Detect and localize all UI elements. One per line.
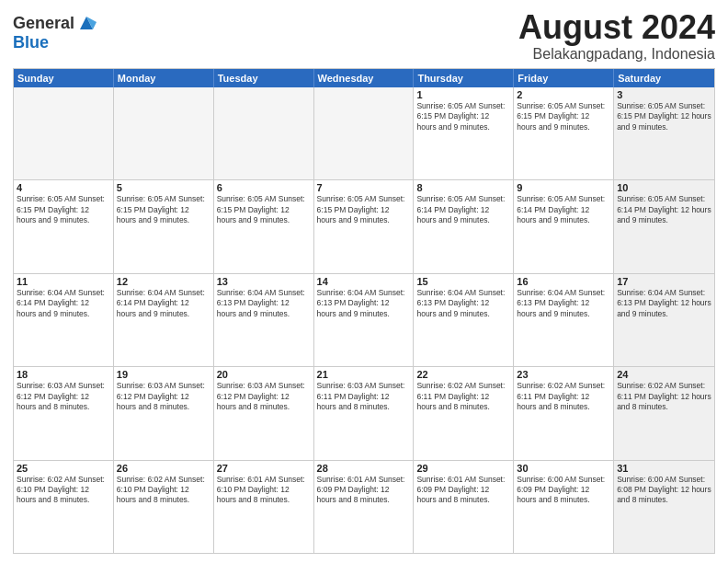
- calendar-row-3: 18Sunrise: 6:03 AM Sunset: 6:12 PM Dayli…: [14, 366, 714, 459]
- day-info-19: Sunrise: 6:03 AM Sunset: 6:12 PM Dayligh…: [117, 381, 210, 412]
- day-info-1: Sunrise: 6:05 AM Sunset: 6:15 PM Dayligh…: [416, 101, 510, 132]
- day-number-1: 1: [416, 89, 510, 100]
- day-info-16: Sunrise: 6:04 AM Sunset: 6:13 PM Dayligh…: [517, 288, 610, 319]
- day-info-13: Sunrise: 6:04 AM Sunset: 6:13 PM Dayligh…: [217, 288, 311, 319]
- empty-cell-0-3: [314, 87, 415, 179]
- day-cell-24: 24Sunrise: 6:02 AM Sunset: 6:11 PM Dayli…: [614, 367, 714, 459]
- day-number-30: 30: [517, 463, 610, 474]
- day-number-7: 7: [317, 182, 411, 193]
- day-number-26: 26: [117, 463, 210, 474]
- day-info-4: Sunrise: 6:05 AM Sunset: 6:15 PM Dayligh…: [17, 194, 110, 225]
- day-info-25: Sunrise: 6:02 AM Sunset: 6:10 PM Dayligh…: [17, 475, 110, 506]
- day-number-27: 27: [217, 463, 311, 474]
- day-cell-11: 11Sunrise: 6:04 AM Sunset: 6:14 PM Dayli…: [14, 274, 114, 366]
- day-info-5: Sunrise: 6:05 AM Sunset: 6:15 PM Dayligh…: [117, 194, 210, 225]
- day-number-8: 8: [416, 182, 510, 193]
- day-info-22: Sunrise: 6:02 AM Sunset: 6:11 PM Dayligh…: [416, 381, 510, 412]
- header-cell-wednesday: Wednesday: [314, 69, 415, 87]
- day-info-29: Sunrise: 6:01 AM Sunset: 6:09 PM Dayligh…: [416, 475, 510, 506]
- logo-icon: [76, 13, 97, 33]
- day-info-3: Sunrise: 6:05 AM Sunset: 6:15 PM Dayligh…: [617, 101, 711, 132]
- day-info-20: Sunrise: 6:03 AM Sunset: 6:12 PM Dayligh…: [217, 381, 311, 412]
- day-number-21: 21: [317, 369, 411, 380]
- day-number-10: 10: [617, 182, 711, 193]
- day-cell-30: 30Sunrise: 6:00 AM Sunset: 6:09 PM Dayli…: [514, 461, 614, 553]
- day-info-23: Sunrise: 6:02 AM Sunset: 6:11 PM Dayligh…: [517, 381, 610, 412]
- day-info-2: Sunrise: 6:05 AM Sunset: 6:15 PM Dayligh…: [517, 101, 610, 132]
- day-cell-28: 28Sunrise: 6:01 AM Sunset: 6:09 PM Dayli…: [314, 461, 415, 553]
- calendar-row-0: 1Sunrise: 6:05 AM Sunset: 6:15 PM Daylig…: [14, 87, 714, 179]
- day-number-11: 11: [17, 276, 110, 287]
- day-number-4: 4: [17, 182, 110, 193]
- day-cell-23: 23Sunrise: 6:02 AM Sunset: 6:11 PM Dayli…: [514, 367, 614, 459]
- day-info-17: Sunrise: 6:04 AM Sunset: 6:13 PM Dayligh…: [617, 288, 711, 319]
- day-cell-21: 21Sunrise: 6:03 AM Sunset: 6:11 PM Dayli…: [314, 367, 415, 459]
- day-cell-4: 4Sunrise: 6:05 AM Sunset: 6:15 PM Daylig…: [14, 180, 114, 272]
- day-info-27: Sunrise: 6:01 AM Sunset: 6:10 PM Dayligh…: [217, 475, 311, 506]
- header-cell-tuesday: Tuesday: [214, 69, 314, 87]
- day-cell-8: 8Sunrise: 6:05 AM Sunset: 6:14 PM Daylig…: [414, 180, 514, 272]
- day-number-20: 20: [217, 369, 311, 380]
- day-info-24: Sunrise: 6:02 AM Sunset: 6:11 PM Dayligh…: [617, 381, 711, 412]
- day-cell-18: 18Sunrise: 6:03 AM Sunset: 6:12 PM Dayli…: [14, 367, 114, 459]
- day-info-9: Sunrise: 6:05 AM Sunset: 6:14 PM Dayligh…: [517, 194, 610, 225]
- day-number-23: 23: [517, 369, 610, 380]
- day-cell-10: 10Sunrise: 6:05 AM Sunset: 6:14 PM Dayli…: [614, 180, 714, 272]
- day-number-14: 14: [317, 276, 411, 287]
- calendar-body: 1Sunrise: 6:05 AM Sunset: 6:15 PM Daylig…: [14, 87, 714, 553]
- calendar-header: SundayMondayTuesdayWednesdayThursdayFrid…: [14, 69, 714, 87]
- day-info-30: Sunrise: 6:00 AM Sunset: 6:09 PM Dayligh…: [517, 475, 610, 506]
- header-cell-saturday: Saturday: [614, 69, 714, 87]
- day-number-24: 24: [617, 369, 711, 380]
- day-cell-31: 31Sunrise: 6:00 AM Sunset: 6:08 PM Dayli…: [614, 461, 714, 553]
- day-number-3: 3: [617, 89, 711, 100]
- day-cell-6: 6Sunrise: 6:05 AM Sunset: 6:15 PM Daylig…: [214, 180, 314, 272]
- day-number-16: 16: [517, 276, 610, 287]
- day-cell-17: 17Sunrise: 6:04 AM Sunset: 6:13 PM Dayli…: [614, 274, 714, 366]
- day-cell-19: 19Sunrise: 6:03 AM Sunset: 6:12 PM Dayli…: [114, 367, 214, 459]
- day-info-8: Sunrise: 6:05 AM Sunset: 6:14 PM Dayligh…: [416, 194, 510, 225]
- header-cell-friday: Friday: [514, 69, 614, 87]
- day-info-21: Sunrise: 6:03 AM Sunset: 6:11 PM Dayligh…: [317, 381, 411, 412]
- day-number-25: 25: [17, 463, 110, 474]
- page: General Blue August 2024 Belakangpadang,…: [0, 0, 728, 563]
- day-info-28: Sunrise: 6:01 AM Sunset: 6:09 PM Dayligh…: [317, 475, 411, 506]
- calendar: SundayMondayTuesdayWednesdayThursdayFrid…: [13, 68, 715, 554]
- day-number-6: 6: [217, 182, 311, 193]
- day-number-31: 31: [617, 463, 711, 474]
- day-info-10: Sunrise: 6:05 AM Sunset: 6:14 PM Dayligh…: [617, 194, 711, 225]
- month-year: August 2024: [518, 9, 715, 46]
- day-cell-7: 7Sunrise: 6:05 AM Sunset: 6:15 PM Daylig…: [314, 180, 415, 272]
- day-cell-26: 26Sunrise: 6:02 AM Sunset: 6:10 PM Dayli…: [114, 461, 214, 553]
- day-number-19: 19: [117, 369, 210, 380]
- day-number-29: 29: [416, 463, 510, 474]
- day-number-28: 28: [317, 463, 411, 474]
- day-cell-22: 22Sunrise: 6:02 AM Sunset: 6:11 PM Dayli…: [414, 367, 514, 459]
- logo-general-text: General: [13, 14, 74, 33]
- day-cell-20: 20Sunrise: 6:03 AM Sunset: 6:12 PM Dayli…: [214, 367, 314, 459]
- day-info-12: Sunrise: 6:04 AM Sunset: 6:14 PM Dayligh…: [117, 288, 210, 319]
- calendar-row-4: 25Sunrise: 6:02 AM Sunset: 6:10 PM Dayli…: [14, 460, 714, 553]
- day-number-13: 13: [217, 276, 311, 287]
- day-info-26: Sunrise: 6:02 AM Sunset: 6:10 PM Dayligh…: [117, 475, 210, 506]
- day-number-12: 12: [117, 276, 210, 287]
- logo: General Blue: [13, 13, 97, 52]
- calendar-row-2: 11Sunrise: 6:04 AM Sunset: 6:14 PM Dayli…: [14, 273, 714, 366]
- day-info-18: Sunrise: 6:03 AM Sunset: 6:12 PM Dayligh…: [17, 381, 110, 412]
- day-info-7: Sunrise: 6:05 AM Sunset: 6:15 PM Dayligh…: [317, 194, 411, 225]
- day-info-6: Sunrise: 6:05 AM Sunset: 6:15 PM Dayligh…: [217, 194, 311, 225]
- header-cell-sunday: Sunday: [14, 69, 114, 87]
- day-cell-15: 15Sunrise: 6:04 AM Sunset: 6:13 PM Dayli…: [414, 274, 514, 366]
- empty-cell-0-0: [14, 87, 114, 179]
- day-info-31: Sunrise: 6:00 AM Sunset: 6:08 PM Dayligh…: [617, 475, 711, 506]
- empty-cell-0-1: [114, 87, 214, 179]
- header-cell-monday: Monday: [114, 69, 214, 87]
- calendar-row-1: 4Sunrise: 6:05 AM Sunset: 6:15 PM Daylig…: [14, 179, 714, 272]
- day-cell-5: 5Sunrise: 6:05 AM Sunset: 6:15 PM Daylig…: [114, 180, 214, 272]
- header: General Blue August 2024 Belakangpadang,…: [13, 9, 715, 63]
- day-info-11: Sunrise: 6:04 AM Sunset: 6:14 PM Dayligh…: [17, 288, 110, 319]
- logo-blue-text: Blue: [13, 33, 49, 52]
- day-number-22: 22: [416, 369, 510, 380]
- day-cell-16: 16Sunrise: 6:04 AM Sunset: 6:13 PM Dayli…: [514, 274, 614, 366]
- title-block: August 2024 Belakangpadang, Indonesia: [518, 9, 715, 63]
